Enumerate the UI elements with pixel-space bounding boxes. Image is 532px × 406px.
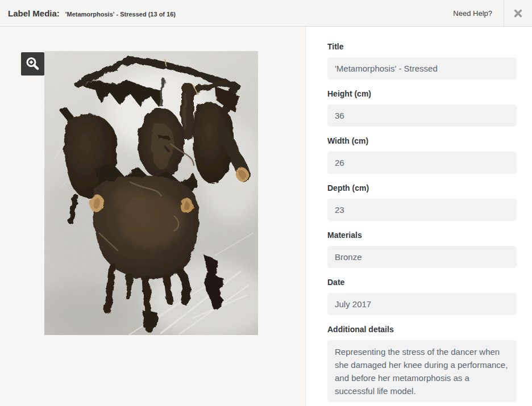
sculpture-photo: [44, 51, 258, 335]
modal-header: Label Media: 'Metamorphosis' - Stressed …: [0, 0, 532, 27]
field-height: Height (cm): [327, 90, 517, 127]
width-input[interactable]: [327, 152, 517, 174]
additional-details-label: Additional details: [327, 325, 517, 334]
height-input[interactable]: [327, 104, 517, 127]
title-label: Title: [327, 43, 517, 51]
title-input[interactable]: [327, 57, 517, 79]
field-width: Width (cm): [327, 137, 517, 174]
additional-details-textarea[interactable]: Representing the stress of the dancer wh…: [327, 340, 517, 402]
need-help-link[interactable]: Need Help?: [453, 9, 492, 18]
header-title-group: Label Media: 'Metamorphosis' - Stressed …: [0, 9, 453, 18]
field-date: Date: [327, 278, 517, 315]
materials-input[interactable]: [327, 246, 517, 268]
details-form-pane: Title Height (cm) Width (cm) Depth (cm) …: [306, 27, 532, 406]
label-media-modal: Label Media: 'Metamorphosis' - Stressed …: [0, 0, 532, 406]
height-label: Height (cm): [327, 90, 517, 98]
zoom-button[interactable]: [21, 52, 44, 76]
width-label: Width (cm): [327, 137, 517, 145]
close-button-area: [504, 0, 532, 26]
field-additional-details: Additional details Representing the stre…: [327, 325, 517, 402]
date-input[interactable]: [327, 293, 517, 315]
modal-body: Title Height (cm) Width (cm) Depth (cm) …: [0, 27, 532, 406]
magnifier-plus-icon: [25, 56, 40, 72]
field-materials: Materials: [327, 231, 517, 268]
image-viewer-pane: [0, 27, 306, 406]
depth-input[interactable]: [327, 199, 517, 221]
close-button[interactable]: [512, 7, 525, 20]
media-subtitle: 'Metamorphosis' - Stressed (13 of 16): [65, 11, 176, 18]
close-icon: [514, 9, 522, 18]
field-title: Title: [327, 43, 517, 79]
date-label: Date: [327, 278, 517, 287]
modal-title: Label Media:: [8, 9, 60, 18]
depth-label: Depth (cm): [327, 184, 517, 192]
artwork-photo: [44, 51, 258, 335]
field-depth: Depth (cm): [327, 184, 517, 221]
materials-label: Materials: [327, 231, 517, 240]
